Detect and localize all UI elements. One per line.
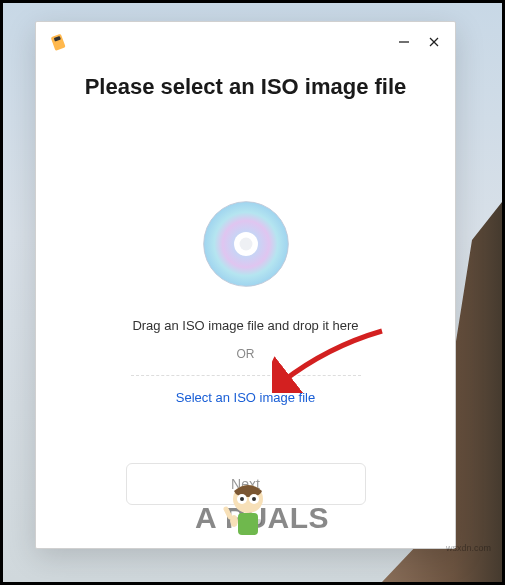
window-controls — [397, 35, 441, 49]
titlebar — [36, 22, 455, 62]
mascot-icon — [220, 477, 276, 537]
app-icon — [50, 33, 68, 51]
content-area: Please select an ISO image file — [36, 62, 455, 548]
svg-point-7 — [239, 238, 252, 251]
close-button[interactable] — [427, 35, 441, 49]
minimize-button[interactable] — [397, 35, 411, 49]
or-separator: OR — [237, 347, 255, 361]
disc-icon — [200, 198, 292, 294]
page-title: Please select an ISO image file — [85, 74, 407, 100]
annotation-arrow — [272, 327, 392, 393]
iso-select-window: Please select an ISO image file — [35, 21, 456, 549]
svg-rect-0 — [51, 34, 66, 51]
svg-rect-14 — [238, 513, 258, 535]
watermark-site: wsxdn.com — [446, 543, 491, 553]
svg-point-11 — [240, 497, 244, 501]
svg-point-13 — [252, 497, 256, 501]
